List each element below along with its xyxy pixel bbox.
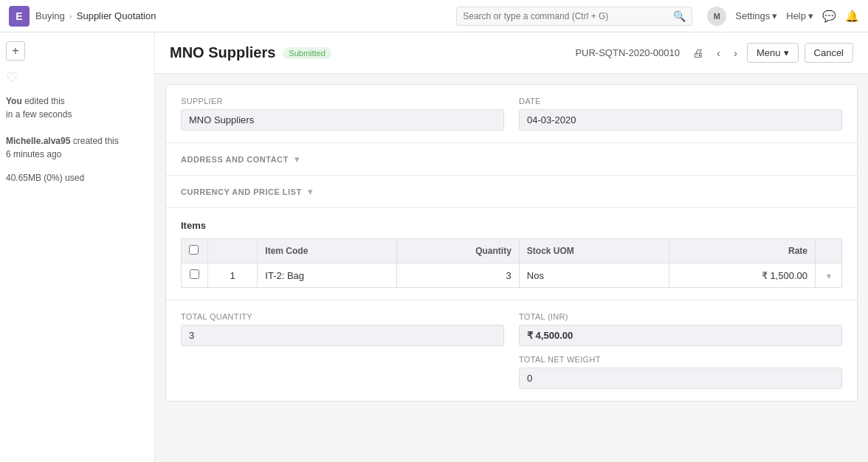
select-all-checkbox[interactable]	[189, 245, 199, 255]
breadcrumb: Buying › Supplier Quotation	[35, 10, 156, 21]
col-header-rate: Rate	[669, 239, 815, 263]
total-net-weight-group: Total Net Weight 0	[519, 355, 842, 389]
supplier-date-row: Supplier MNO Suppliers Date 04-03-2020	[181, 97, 842, 131]
items-table-header: Item Code Quantity Stock UOM Rate	[182, 239, 842, 263]
search-input[interactable]	[463, 11, 669, 21]
page-title-area: MNO Suppliers Submitted	[170, 44, 331, 61]
items-title: Items	[181, 220, 842, 231]
search-icon: 🔍	[673, 10, 686, 22]
settings-button[interactable]: Settings ▾	[735, 10, 777, 21]
date-group: Date 04-03-2020	[519, 97, 842, 131]
total-net-weight-label: Total Net Weight	[519, 355, 842, 364]
items-table: Item Code Quantity Stock UOM Rate 1 IT-2…	[181, 238, 842, 288]
status-badge: Submitted	[283, 47, 331, 59]
menu-button[interactable]: Menu ▾	[747, 43, 799, 63]
main-content: MNO Suppliers Submitted PUR-SQTN-2020-00…	[155, 32, 868, 462]
navbar: E Buying › Supplier Quotation 🔍 M Settin…	[0, 0, 868, 32]
date-label: Date	[519, 97, 842, 106]
add-button[interactable]: +	[6, 41, 25, 61]
currency-label: CURRENCY AND PRICE LIST	[181, 187, 302, 196]
spacer-group	[181, 355, 504, 389]
total-inr-group: Total (INR) ₹ 4,500.00	[519, 312, 842, 346]
total-quantity-label: Total Quantity	[181, 312, 504, 321]
address-chevron-icon: ▾	[294, 154, 300, 165]
totals-row-2: Total Net Weight 0	[181, 355, 842, 389]
avatar: M	[707, 7, 726, 26]
row-item-code: IT-2: Bag	[258, 263, 396, 288]
row-checkbox[interactable]	[190, 269, 199, 279]
col-header-stock-uom: Stock UOM	[519, 239, 669, 263]
supplier-value[interactable]: MNO Suppliers	[181, 109, 504, 131]
doc-id: PUR-SQTN-2020-00010	[575, 47, 680, 58]
nav-right: M Settings ▾ Help ▾ 💬 🔔	[707, 7, 859, 26]
supplier-date-section: Supplier MNO Suppliers Date 04-03-2020	[166, 85, 857, 143]
prev-button[interactable]: ‹	[713, 44, 724, 61]
col-header-actions	[816, 239, 842, 263]
currency-section[interactable]: CURRENCY AND PRICE LIST ▾	[166, 176, 857, 208]
chat-icon[interactable]: 💬	[822, 10, 836, 23]
page-layout: + ♡ You edited this in a few seconds Mic…	[0, 32, 868, 462]
total-inr-label: Total (INR)	[519, 312, 842, 321]
activity-sub-1: in a few seconds	[6, 108, 148, 121]
form-card: Supplier MNO Suppliers Date 04-03-2020 A…	[165, 84, 858, 401]
total-quantity-value: 3	[181, 325, 504, 346]
app-icon[interactable]: E	[9, 6, 30, 27]
sidebar: + ♡ You edited this in a few seconds Mic…	[0, 32, 155, 462]
supplier-group: Supplier MNO Suppliers	[181, 97, 504, 131]
activity-actor-2: Michelle.alva95	[6, 136, 70, 146]
activity-feed: You edited this in a few seconds Michell…	[6, 94, 148, 161]
row-quantity: 3	[396, 263, 519, 288]
page-header-right: PUR-SQTN-2020-00010 🖨 ‹ › Menu ▾ Cancel	[575, 43, 853, 63]
items-section: Items Item Code Quantity Stock UOM Rate	[166, 208, 857, 300]
row-checkbox-cell	[182, 263, 208, 288]
row-rate: ₹ 1,500.00	[669, 263, 815, 288]
col-header-checkbox	[182, 239, 208, 263]
items-table-body: 1 IT-2: Bag 3 Nos ₹ 1,500.00 ▾	[182, 263, 842, 288]
totals-row-1: Total Quantity 3 Total (INR) ₹ 4,500.00	[181, 312, 842, 346]
totals-section: Total Quantity 3 Total (INR) ₹ 4,500.00 …	[166, 300, 857, 401]
col-header-item-code: Item Code	[258, 239, 396, 263]
bell-icon[interactable]: 🔔	[845, 10, 859, 23]
total-net-weight-value: 0	[519, 368, 842, 389]
activity-sub-2: 6 minutes ago	[6, 148, 148, 161]
heart-icon: ♡	[6, 69, 148, 86]
address-label: ADDRESS AND CONTACT	[181, 155, 289, 164]
supplier-label: Supplier	[181, 97, 504, 106]
activity-text-1: edited this	[24, 96, 65, 106]
activity-actor-1: You	[6, 96, 22, 106]
cancel-button[interactable]: Cancel	[805, 43, 853, 63]
breadcrumb-sep-1: ›	[69, 11, 72, 21]
print-button[interactable]: 🖨	[689, 44, 707, 61]
row-stock-uom: Nos	[519, 263, 669, 288]
total-inr-value: ₹ 4,500.00	[519, 325, 842, 346]
currency-chevron-icon: ▾	[308, 186, 313, 197]
help-button[interactable]: Help ▾	[786, 10, 813, 21]
row-dropdown[interactable]: ▾	[816, 263, 842, 288]
page-header: MNO Suppliers Submitted PUR-SQTN-2020-00…	[155, 32, 868, 74]
address-section[interactable]: ADDRESS AND CONTACT ▾	[166, 143, 857, 176]
total-quantity-group: Total Quantity 3	[181, 312, 504, 346]
search-bar[interactable]: 🔍	[456, 7, 692, 26]
col-header-number	[208, 239, 258, 263]
activity-text-2: created this	[73, 136, 119, 146]
date-value[interactable]: 04-03-2020	[519, 109, 842, 131]
page-title: MNO Suppliers	[170, 44, 275, 61]
storage-info: 40.65MB (0%) used	[6, 173, 148, 183]
breadcrumb-supplier-quotation[interactable]: Supplier Quotation	[77, 10, 156, 21]
breadcrumb-buying[interactable]: Buying	[35, 10, 65, 21]
row-dropdown-icon[interactable]: ▾	[827, 271, 831, 281]
next-button[interactable]: ›	[730, 44, 741, 61]
table-row: 1 IT-2: Bag 3 Nos ₹ 1,500.00 ▾	[182, 263, 842, 288]
row-number: 1	[208, 263, 258, 288]
col-header-quantity: Quantity	[396, 239, 519, 263]
